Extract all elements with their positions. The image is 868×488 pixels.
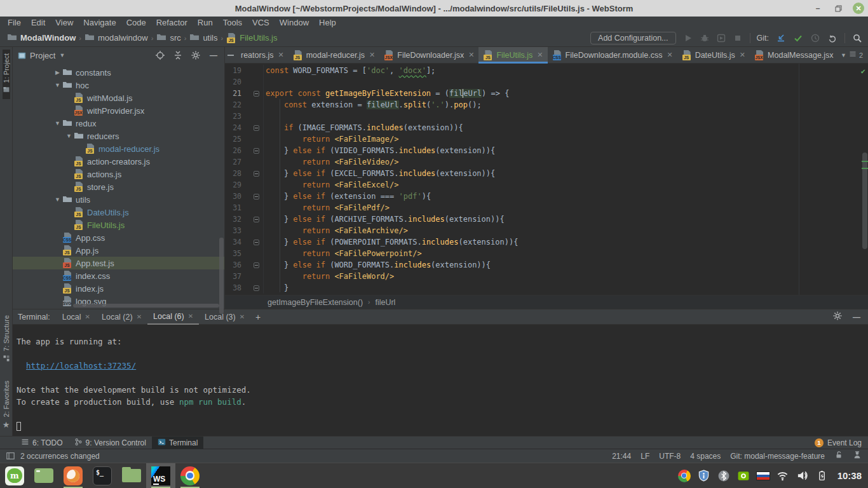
tree-item-app-css[interactable]: CSSApp.css	[13, 231, 224, 244]
toolwindow-button-terminal[interactable]: Terminal	[152, 437, 203, 449]
menu-navigate[interactable]: Navigate	[78, 17, 121, 29]
tree-item-reducers[interactable]: ▼reducers	[13, 130, 224, 142]
close-tab-icon[interactable]: ✕	[740, 51, 745, 59]
tree-item-redux[interactable]: ▼redux	[13, 117, 224, 130]
menu-help[interactable]: Help	[314, 17, 341, 29]
menu-edit[interactable]: Edit	[26, 17, 50, 29]
tree-horizontal-scrollbar[interactable]	[73, 304, 219, 308]
taskbar-webstorm[interactable]: WS	[146, 463, 175, 488]
tray-battery-icon[interactable]	[815, 469, 829, 483]
code-editor[interactable]: ✔ 19const WORD_FORMATS = ['doc', 'docx']…	[225, 64, 868, 295]
taskbar-file-manager[interactable]	[117, 463, 146, 488]
history-icon[interactable]	[810, 32, 821, 44]
code-line-21[interactable]: 21export const getImageByFileExtension =…	[225, 88, 868, 99]
git-pull-icon[interactable]	[775, 32, 787, 44]
code-line-23[interactable]: 23	[225, 111, 868, 122]
close-terminal-tab-icon[interactable]: ✕	[188, 313, 193, 320]
inspection-ok-icon[interactable]: ✔	[861, 65, 865, 77]
gutter[interactable]	[241, 240, 263, 245]
terminal-tab-local-3-[interactable]: Local (3)✕	[199, 309, 250, 325]
terminal-output[interactable]: The app is running at: http://localhost:…	[13, 325, 868, 436]
restore-button[interactable]	[832, 3, 844, 14]
stop-icon[interactable]	[732, 32, 743, 44]
taskbar-mint-menu[interactable]: m	[0, 463, 29, 488]
menu-file[interactable]: File	[3, 17, 26, 29]
close-tab-icon[interactable]: ✕	[468, 51, 474, 59]
status-4-spaces[interactable]: 4 spaces	[690, 452, 721, 461]
menu-window[interactable]: Window	[275, 17, 314, 29]
terminal-settings-icon[interactable]	[832, 311, 843, 323]
close-terminal-tab-icon[interactable]: ✕	[240, 313, 245, 320]
close-tab-icon[interactable]: ✕	[278, 51, 283, 59]
tree-vertical-scrollbar[interactable]	[219, 238, 224, 314]
hide-icon[interactable]: —	[208, 50, 219, 61]
tree-item-utils[interactable]: ▼utils	[13, 193, 224, 206]
gutter[interactable]	[241, 171, 263, 177]
taskbar-terminal-app[interactable]: $_	[88, 463, 117, 488]
close-terminal-tab-icon[interactable]: ✕	[85, 313, 90, 320]
new-terminal-tab-button[interactable]: +	[250, 312, 266, 322]
tree-item-index-js[interactable]: JSindex.js	[13, 282, 224, 295]
tray-update-shield-icon[interactable]	[697, 469, 711, 483]
menu-tools[interactable]: Tools	[218, 17, 247, 29]
code-line-24[interactable]: 24 if (IMAGE_FORMATS.includes(extension)…	[225, 122, 868, 133]
run-icon[interactable]	[682, 32, 694, 44]
editor-tab-dateutils-js[interactable]: JSDateUtils.js✕	[677, 47, 750, 64]
tree-item-actions-js[interactable]: JSactions.js	[13, 168, 224, 180]
menu-view[interactable]: View	[50, 17, 78, 29]
editor-scrollbar[interactable]	[862, 152, 867, 249]
breadcrumb-src[interactable]: src	[154, 32, 182, 44]
close-tab-icon[interactable]: ✕	[537, 51, 543, 59]
gutter[interactable]	[241, 125, 263, 131]
editor-breadcrumb-item[interactable]: fileUrl	[375, 298, 395, 307]
editor-tab-modalmessage-jsx[interactable]: JSXModalMessage.jsx	[750, 47, 838, 64]
menu-vcs[interactable]: VCS	[247, 17, 275, 29]
tray-ru-flag-icon[interactable]	[756, 469, 770, 483]
hidden-tabs-list-icon[interactable]	[849, 50, 857, 60]
tree-item-fileutils-js[interactable]: JSFileUtils.js	[13, 219, 224, 231]
code-line-20[interactable]: 20	[225, 76, 868, 88]
tree-item-withmodal-js[interactable]: JSwithModal.js	[13, 92, 224, 104]
toolwindow-button-6-todo[interactable]: 6: TODO	[15, 437, 69, 449]
editor-tab-filedownloader-module-css[interactable]: CSSFileDownloader.module.css✕	[548, 47, 677, 64]
editor-tab-modal-reducer-js[interactable]: JSmodal-reducer.js✕	[288, 47, 380, 64]
debug-icon[interactable]	[699, 32, 710, 44]
toolwindow-button-9-version-control[interactable]: 9: Version Control	[69, 437, 152, 449]
status-utf-8[interactable]: UTF-8	[659, 452, 681, 461]
editor-breadcrumb-item[interactable]: getImageByFileExtension()	[268, 298, 363, 307]
status-git-modal-message-feature[interactable]: Git: modal-message-feature	[730, 452, 825, 461]
gutter[interactable]	[241, 91, 263, 97]
code-line-27[interactable]: 27 return <FaFileVideo/>	[225, 156, 868, 168]
close-terminal-tab-icon[interactable]: ✕	[137, 313, 142, 320]
coverage-icon[interactable]	[715, 32, 727, 44]
code-line-31[interactable]: 31 return <FaFilePdf/>	[225, 202, 868, 214]
tool-stripe--structure[interactable]: 7: Structure	[3, 311, 10, 368]
tool-windows-toggle-icon[interactable]	[6, 452, 15, 460]
tool-stripe--favorites[interactable]: 2: Favorites★	[3, 377, 10, 433]
editor-tab-fileutils-js[interactable]: JSFileUtils.js✕	[478, 47, 547, 64]
terminal-tab-local-2-[interactable]: Local (2)✕	[96, 309, 147, 325]
tree-item-index-css[interactable]: CSSindex.css	[13, 269, 224, 282]
tool-stripe--project[interactable]: 1: Project	[3, 50, 10, 99]
tree-item-action-creators-js[interactable]: JSaction-creators.js	[13, 155, 224, 168]
menu-refactor[interactable]: Refactor	[151, 17, 193, 29]
tree-expanded-arrow[interactable]: ▼	[53, 120, 62, 126]
code-line-30[interactable]: 30 } else if (extension === 'pdf'){	[225, 191, 868, 202]
breadcrumb-modalwindow[interactable]: modalwindow	[83, 32, 150, 44]
collapse-icon[interactable]	[172, 50, 184, 61]
git-commit-icon[interactable]	[792, 32, 804, 44]
tray-wifi-icon[interactable]	[776, 469, 790, 483]
localhost-link[interactable]: http://localhost:37235/	[26, 361, 136, 370]
tree-item-constants[interactable]: ▶constants	[13, 66, 224, 79]
gutter[interactable]	[241, 148, 263, 154]
tree-expanded-arrow[interactable]: ▼	[64, 133, 74, 139]
tray-chrome-tray-icon[interactable]	[677, 469, 691, 483]
tree-expanded-arrow[interactable]: ▼	[53, 82, 62, 88]
code-line-32[interactable]: 32 } else if (ARCHIVE_FORMATS.includes(e…	[225, 214, 868, 225]
code-line-36[interactable]: 36 } else if (WORD_FORMATS.includes(exte…	[225, 259, 868, 271]
code-line-26[interactable]: 26 } else if (VIDEO_FORMATS.includes(ext…	[225, 145, 868, 156]
hide-terminal-icon[interactable]: —	[853, 313, 860, 322]
tree-item-store-js[interactable]: JSstore.js	[13, 180, 224, 193]
gutter[interactable]	[241, 194, 263, 200]
breadcrumb-fileutils-js[interactable]: JSFileUtils.js	[224, 33, 279, 43]
